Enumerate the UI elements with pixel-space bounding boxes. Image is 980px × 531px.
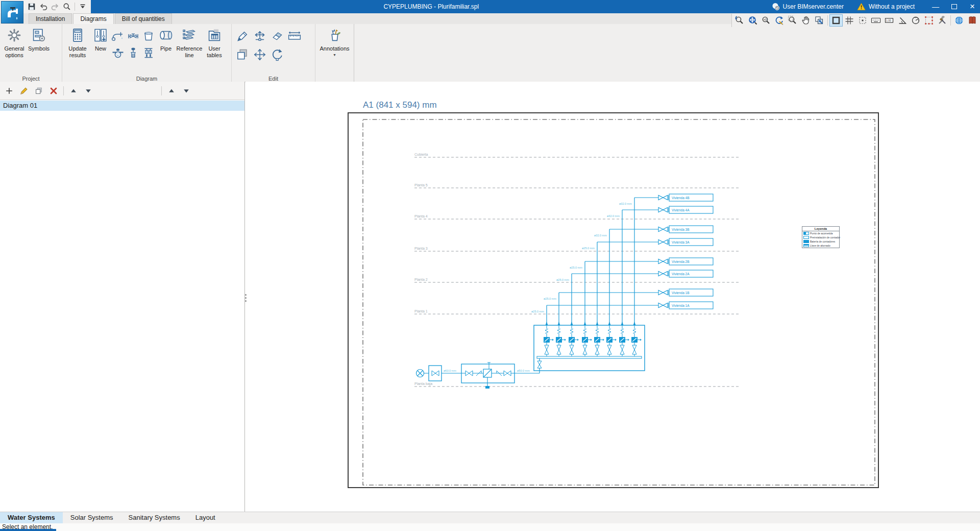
ribbon: General options Symbols Project Update r… (0, 24, 980, 82)
zoom-fit-icon[interactable] (746, 14, 760, 27)
bimserver-icon[interactable] (952, 14, 966, 27)
drawing-area[interactable]: CubiertaPlanta 5Planta 4Planta 3Planta 2… (246, 82, 980, 512)
edit-tool-icon[interactable] (235, 29, 250, 43)
move-up-icon[interactable] (68, 86, 79, 96)
general-options-button[interactable]: General options (2, 25, 27, 58)
annotations-button[interactable]: Annotations ▼ (318, 25, 352, 57)
symbols-icon (31, 26, 46, 44)
selection-icon[interactable] (922, 14, 936, 27)
legend-row: Llave de abonado (802, 244, 839, 248)
reference-line-button[interactable]: Reference line (176, 25, 203, 58)
close-button[interactable]: × (965, 0, 980, 13)
frame-icon[interactable] (829, 14, 843, 27)
redo-icon[interactable] (50, 2, 60, 12)
search-icon[interactable] (62, 2, 72, 12)
dwelling-label: Vivienda 1A (672, 304, 690, 307)
svg-text:Planta 2: Planta 2 (414, 278, 428, 281)
minimize-button[interactable]: — (928, 0, 943, 13)
redraw-icon[interactable] (773, 14, 786, 27)
diagram-list-item[interactable]: Diagram 01 (0, 101, 244, 111)
user-label[interactable]: User BIMserver.center (783, 3, 844, 10)
plumbing-schematic[interactable]: CubiertaPlanta 5Planta 4Planta 3Planta 2… (246, 82, 980, 509)
panel-splitter[interactable] (243, 291, 248, 304)
status-accent (0, 529, 56, 531)
delete-diagram-icon[interactable] (48, 86, 59, 96)
user-account-icon[interactable] (772, 3, 780, 11)
ribbon-group-annotations: Annotations ▼ (315, 24, 354, 82)
collapse-down-icon[interactable] (181, 86, 191, 96)
zoom-window-icon[interactable] (786, 14, 799, 27)
svg-text:ø32.0 mm: ø32.0 mm (619, 202, 632, 205)
container-icon[interactable] (141, 29, 156, 43)
system-tabs: Water Systems Solar Systems Sanitary Sys… (0, 512, 980, 523)
copy-diagram-icon[interactable] (34, 86, 44, 96)
zoom-x2-icon[interactable]: x2 (760, 14, 773, 27)
menu-caret-icon[interactable] (78, 2, 88, 12)
maximize-button[interactable] (946, 0, 962, 13)
update-results-button[interactable]: Update results (64, 25, 91, 58)
tab-bill-of-quantities[interactable]: Bill of quantities (115, 13, 172, 24)
zoom-previous-icon[interactable] (733, 14, 746, 27)
collapse-up-icon[interactable] (166, 86, 177, 96)
dwelling-label: Vivienda 2B (672, 260, 690, 263)
dwelling-label: Vivienda 3A (672, 240, 690, 244)
app-logo-icon[interactable] (1, 1, 23, 23)
supply-line: ø63.0 mmø50.0 mm (416, 363, 540, 389)
edit-diagram-icon[interactable] (19, 86, 29, 96)
tap-fitting-icon[interactable] (111, 29, 125, 43)
tools-icon[interactable] (936, 14, 949, 27)
ribbon-group-edit: Edit (232, 24, 315, 82)
measure-tool-icon[interactable] (287, 29, 302, 43)
new-diagram-button[interactable]: New (91, 25, 110, 52)
sheet-title: A1 (841 x 594) mm (363, 100, 437, 110)
pump-group-icon[interactable] (141, 46, 156, 60)
pipe-button[interactable]: Pipe (156, 25, 176, 52)
svg-text:Planta 5: Planta 5 (414, 183, 428, 187)
dwelling-label: Vivienda 1B (672, 291, 690, 295)
manual-valve-icon[interactable] (126, 46, 140, 60)
help-icon[interactable] (966, 14, 979, 27)
symbols-button[interactable]: Symbols (27, 25, 51, 52)
tab-sanitary-systems[interactable]: Sanitary Systems (121, 512, 188, 523)
tab-solar-systems[interactable]: Solar Systems (63, 512, 121, 523)
pan-icon[interactable] (799, 14, 813, 27)
svg-text:ø25.0 mm: ø25.0 mm (570, 266, 582, 269)
svg-text:ø50.0 mm: ø50.0 mm (517, 369, 530, 372)
user-tables-button[interactable]: User tables (203, 25, 226, 58)
add-diagram-icon[interactable] (4, 86, 14, 96)
legend-row: Punto de acometida (802, 231, 839, 235)
svg-text:ø25.0 mm: ø25.0 mm (582, 247, 595, 250)
dimensions-icon[interactable]: 1.00 (883, 14, 896, 27)
floor-lines: CubiertaPlanta 5Planta 4Planta 3Planta 2… (414, 153, 739, 387)
angle-icon[interactable] (896, 14, 909, 27)
water-meter-icon[interactable]: o (111, 46, 125, 60)
save-icon[interactable] (27, 2, 37, 12)
grid-icon[interactable] (843, 14, 856, 27)
copy-tool-icon[interactable] (235, 47, 250, 62)
snap-icon[interactable] (856, 14, 869, 27)
diagram-list-toolbar (0, 82, 244, 100)
project-status-label[interactable]: Without a project (869, 3, 915, 10)
legend-row: Preinstalación de contador (802, 235, 839, 239)
eraser-tool-icon[interactable] (270, 29, 284, 43)
group-label-diagram: Diagram (62, 76, 231, 82)
undo-icon[interactable] (38, 2, 48, 12)
sheet-border (348, 113, 878, 488)
tab-diagrams[interactable]: Diagrams (73, 13, 113, 24)
ribbon-group-diagram: Update results New o Pipe Reference line (62, 24, 232, 82)
move-tool-icon[interactable] (253, 47, 267, 62)
rotate-tool-icon[interactable] (270, 47, 284, 62)
gear-icon (7, 26, 22, 44)
view-toolbar: x21.00 (731, 14, 980, 27)
annotations-icon (327, 26, 342, 44)
protractor-icon[interactable] (909, 14, 922, 27)
move-down-icon[interactable] (83, 86, 93, 96)
valve-fitting-icon[interactable] (126, 29, 140, 43)
keyboard-icon[interactable] (869, 14, 883, 27)
bring-to-front-icon[interactable] (813, 14, 826, 27)
tab-layout[interactable]: Layout (188, 512, 223, 523)
move-node-tool-icon[interactable] (253, 29, 267, 43)
titlebar: CYPEPLUMBING - Plurifamiliar.spl User BI… (0, 0, 980, 13)
tab-installation[interactable]: Installation (29, 13, 72, 24)
tab-water-systems[interactable]: Water Systems (0, 512, 63, 523)
